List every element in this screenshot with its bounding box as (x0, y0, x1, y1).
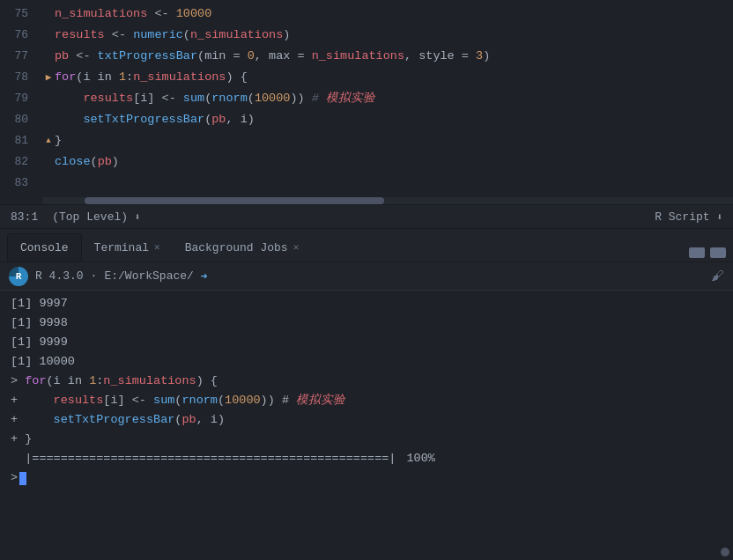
minimize-button[interactable] (689, 247, 705, 258)
code-level: (Top Level) ⬇ (52, 210, 140, 224)
output-line-10000: [1] 10000 (11, 352, 722, 372)
cursor-block (19, 472, 26, 485)
code-line-80: 80 setTxtProgressBar(pb, i) (0, 109, 733, 130)
code-line-83: 83 (0, 173, 733, 194)
console-header: R R 4.3.0 · E:/WorkSpace/ ➜ 🖌 (0, 262, 733, 291)
editor-area: 75 n_simulations <- 10000 76 results <- … (0, 0, 733, 229)
console-prompt-line: > (11, 468, 722, 488)
tab-terminal-label: Terminal (94, 241, 149, 254)
tab-background-jobs[interactable]: Background Jobs ✕ (173, 233, 312, 262)
separator: · (91, 269, 98, 283)
code-line-75: 75 n_simulations <- 10000 (0, 4, 733, 25)
output-line-9999: [1] 9999 (11, 333, 722, 352)
workspace-path: E:/WorkSpace/ (104, 269, 193, 283)
tab-console[interactable]: Console (7, 233, 82, 262)
progress-bar-line: |=======================================… (11, 449, 722, 468)
output-close-brace: + } (11, 430, 722, 449)
maximize-button[interactable] (710, 247, 726, 258)
code-line-79: 79 results[i] <- sum(rnorm(10000)) # 模拟实… (0, 88, 733, 109)
panel-controls (689, 247, 726, 262)
editor-scrollbar[interactable] (42, 197, 733, 204)
scroll-indicator (721, 548, 729, 556)
tab-background-jobs-label: Background Jobs (185, 241, 288, 254)
console-output[interactable]: [1] 9997 [1] 9998 [1] 9999 [1] 10000 > f… (0, 291, 733, 560)
tab-terminal-close[interactable]: ✕ (154, 243, 160, 253)
r-logo: R (9, 267, 28, 286)
clear-console-button[interactable]: 🖌 (711, 269, 724, 284)
tab-terminal[interactable]: Terminal ✕ (82, 233, 173, 262)
cursor-position: 83:1 (11, 210, 38, 224)
status-bar: 83:1 (Top Level) ⬇ R Script ⬇ (0, 204, 733, 229)
code-line-82: 82 close(pb) (0, 151, 733, 173)
output-for-cmd: > for(i in 1:n_simulations) { (11, 372, 722, 391)
file-type: R Script ⬇ (655, 210, 722, 224)
code-line-81: 81 ▲ } (0, 130, 733, 151)
code-line-77: 77 pb <- txtProgressBar(min = 0, max = n… (0, 46, 733, 67)
output-line-9998: [1] 9998 (11, 313, 722, 333)
tab-bar: Console Terminal ✕ Background Jobs ✕ (0, 229, 733, 262)
code-lines: 75 n_simulations <- 10000 76 results <- … (0, 0, 733, 197)
output-setpb-line: + setTxtProgressBar(pb, i) (11, 410, 722, 430)
tab-background-jobs-close[interactable]: ✕ (293, 243, 300, 253)
console-prompt: > (11, 468, 18, 488)
output-line-9997: [1] 9997 (11, 294, 722, 313)
code-line-76: 76 results <- numeric(n_simulations) (0, 25, 733, 46)
code-line-78: 78 ▶ for(i in 1:n_simulations) { (0, 67, 733, 88)
path-arrow[interactable]: ➜ (201, 269, 208, 284)
r-version: R 4.3.0 (35, 269, 84, 283)
panel-area: Console Terminal ✕ Background Jobs ✕ R R… (0, 229, 733, 560)
tab-console-label: Console (20, 241, 69, 254)
editor-scrollbar-thumb[interactable] (85, 197, 384, 204)
output-results-line: + results[i] <- sum(rnorm(10000)) # 模拟实验 (11, 391, 722, 410)
